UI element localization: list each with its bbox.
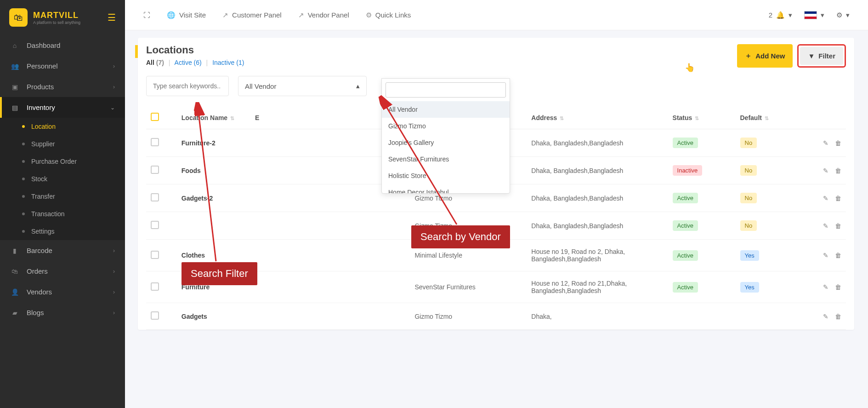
page-title: Locations bbox=[146, 44, 244, 56]
delete-icon[interactable]: 🗑 bbox=[835, 167, 841, 174]
vendor-option[interactable]: SevenStar Furnitures bbox=[382, 151, 510, 167]
sort-icon[interactable]: ⇅ bbox=[560, 115, 564, 121]
col-email[interactable]: E bbox=[255, 114, 259, 121]
brand-name: MARTVILL bbox=[33, 11, 80, 20]
chevron-right-icon: › bbox=[113, 247, 115, 254]
language-selector[interactable]: ▾ bbox=[804, 11, 824, 19]
status-counts: All (7) | Active (6) | Inactive (1) bbox=[146, 59, 244, 66]
status-badge: Active bbox=[673, 138, 698, 148]
col-location-name[interactable]: Location Name bbox=[182, 114, 227, 121]
add-new-button[interactable]: ＋Add New bbox=[737, 44, 793, 68]
edit-icon[interactable]: ✎ bbox=[823, 139, 828, 147]
settings-gear-icon[interactable]: ⚙ ▾ bbox=[836, 11, 850, 19]
sidebar-sub-transaction[interactable]: Transaction bbox=[0, 205, 125, 223]
vendor-dropdown-search[interactable] bbox=[386, 82, 506, 98]
col-address[interactable]: Address bbox=[531, 114, 557, 121]
vendor-select[interactable]: All Vendor ▴ bbox=[238, 76, 367, 96]
sidebar-item-products[interactable]: ▣Products› bbox=[0, 76, 125, 97]
sidebar-sub-supplier[interactable]: Supplier bbox=[0, 135, 125, 153]
row-checkbox[interactable] bbox=[151, 282, 159, 291]
row-checkbox[interactable] bbox=[151, 221, 159, 229]
sidebar-sub-stock[interactable]: Stock bbox=[0, 170, 125, 188]
vendor-option[interactable]: Joopie's Gallery bbox=[382, 134, 510, 151]
col-default[interactable]: Default bbox=[740, 114, 762, 121]
sliders-icon: ⚙ bbox=[366, 11, 372, 19]
filter-button[interactable]: ▼Filter bbox=[800, 47, 843, 65]
nav-icon: 👥 bbox=[10, 63, 19, 70]
col-status[interactable]: Status bbox=[673, 114, 692, 121]
cell-address: Dhaka, bbox=[527, 303, 668, 330]
chevron-right-icon: › bbox=[113, 84, 115, 90]
row-checkbox[interactable] bbox=[151, 311, 159, 320]
edit-icon[interactable]: ✎ bbox=[823, 195, 828, 202]
delete-icon[interactable]: 🗑 bbox=[835, 313, 841, 320]
delete-icon[interactable]: 🗑 bbox=[835, 283, 841, 291]
cell-address: House no 19, Road no 2, Dhaka, Banglades… bbox=[527, 240, 668, 271]
delete-icon[interactable]: 🗑 bbox=[835, 195, 841, 202]
bullet-icon bbox=[22, 230, 25, 233]
edit-icon[interactable]: ✎ bbox=[823, 283, 828, 291]
status-badge: Active bbox=[673, 193, 698, 203]
sidebar-item-dashboard[interactable]: ⌂Dashboard bbox=[0, 35, 125, 56]
delete-icon[interactable]: 🗑 bbox=[835, 139, 841, 147]
fullscreen-icon[interactable]: ⛶ bbox=[143, 11, 150, 19]
sidebar-item-personnel[interactable]: 👥Personnel› bbox=[0, 56, 125, 76]
filter-all[interactable]: All (7) bbox=[146, 59, 164, 66]
search-input[interactable] bbox=[146, 76, 229, 96]
chevron-right-icon: ⌄ bbox=[110, 104, 115, 111]
vendor-option[interactable]: Holistic Store bbox=[382, 167, 510, 184]
edit-icon[interactable]: ✎ bbox=[823, 252, 828, 259]
cell-name bbox=[177, 212, 250, 240]
sidebar-item-vendors[interactable]: 👤Vendors› bbox=[0, 282, 125, 302]
sort-icon[interactable]: ⇅ bbox=[695, 115, 699, 121]
sidebar-sub-transfer[interactable]: Transfer bbox=[0, 188, 125, 205]
delete-icon[interactable]: 🗑 bbox=[835, 222, 841, 230]
filter-active[interactable]: Active (6) bbox=[175, 59, 202, 66]
row-checkbox[interactable] bbox=[151, 138, 159, 146]
sidebar-sub-settings[interactable]: Settings bbox=[0, 223, 125, 240]
select-all-checkbox[interactable] bbox=[151, 113, 159, 121]
callout-search-vendor: Search by Vendor bbox=[411, 225, 510, 248]
nav-icon: ▣ bbox=[10, 83, 19, 91]
edit-icon[interactable]: ✎ bbox=[823, 222, 828, 230]
vendor-option[interactable]: Home Decor Istanbul bbox=[382, 184, 510, 193]
cell-vendor: SevenStar Furnitures bbox=[410, 271, 527, 303]
nav-icon: ▤ bbox=[10, 104, 19, 111]
sidebar-collapse-icon[interactable]: ☰ bbox=[108, 12, 116, 23]
brand-row: 🛍 MARTVILL A platform to sell anything ☰ bbox=[0, 0, 125, 35]
row-checkbox[interactable] bbox=[151, 251, 159, 259]
edit-icon[interactable]: ✎ bbox=[823, 167, 828, 174]
sidebar-sub-purchase-order[interactable]: Purchase Order bbox=[0, 153, 125, 170]
filter-inactive[interactable]: Inactive (1) bbox=[212, 59, 244, 66]
edit-icon[interactable]: ✎ bbox=[823, 313, 828, 320]
notifications-button[interactable]: 2 🔔 ▾ bbox=[769, 11, 792, 19]
bell-icon: 🔔 bbox=[776, 11, 785, 19]
cell-address: Dhaka, Bangladesh,Bangladesh bbox=[527, 157, 668, 184]
sidebar-sub-location[interactable]: Location bbox=[0, 118, 125, 135]
row-checkbox[interactable] bbox=[151, 193, 159, 201]
delete-icon[interactable]: 🗑 bbox=[835, 252, 841, 259]
sidebar-item-blogs[interactable]: ▰Blogs› bbox=[0, 302, 125, 323]
cell-address: House no 12, Road no 21,Dhaka, Banglades… bbox=[527, 271, 668, 303]
cell-name: Foods bbox=[177, 157, 250, 184]
sort-icon[interactable]: ⇅ bbox=[765, 115, 769, 121]
brand-logo: 🛍 bbox=[9, 8, 28, 27]
cell-address: Dhaka, Bangladesh,Bangladesh bbox=[527, 212, 668, 240]
vendor-option[interactable]: All Vendor bbox=[382, 101, 510, 118]
row-checkbox[interactable] bbox=[151, 166, 159, 174]
caret-up-icon: ▴ bbox=[356, 82, 360, 90]
quick-links-link[interactable]: ⚙Quick Links bbox=[366, 11, 411, 19]
sidebar-item-barcode[interactable]: ▮Barcode› bbox=[0, 240, 125, 261]
vendor-option[interactable]: Gizmo Tizmo bbox=[382, 118, 510, 134]
default-badge: No bbox=[740, 138, 757, 148]
sidebar-item-inventory[interactable]: ▤Inventory⌄ bbox=[0, 97, 125, 118]
cell-name: Gadgets-2 bbox=[177, 184, 250, 212]
sort-icon[interactable]: ⇅ bbox=[230, 115, 234, 121]
funnel-icon: ▼ bbox=[808, 52, 815, 60]
sidebar-item-orders[interactable]: 🛍Orders› bbox=[0, 261, 125, 282]
visit-site-link[interactable]: 🌐Visit Site bbox=[167, 11, 206, 19]
callout-search-filter: Search Filter bbox=[182, 262, 257, 285]
customer-panel-link[interactable]: ↗Customer Panel bbox=[222, 11, 282, 19]
cell-address: Dhaka, Bangladesh,Bangladesh bbox=[527, 184, 668, 212]
vendor-panel-link[interactable]: ↗Vendor Panel bbox=[298, 11, 349, 19]
